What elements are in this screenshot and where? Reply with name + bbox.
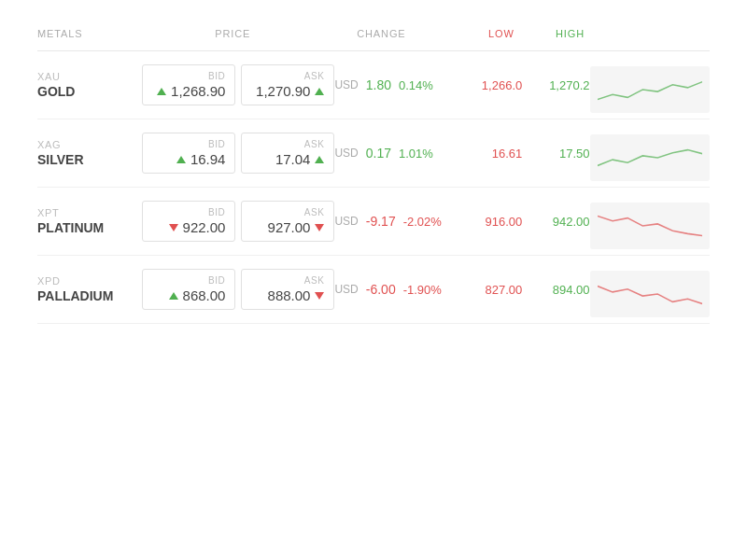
change-value: -6.00 <box>366 282 396 297</box>
ask-up-icon <box>315 156 324 163</box>
ask-box[interactable]: ASK 888.00 <box>241 269 334 310</box>
low-header: LOW <box>444 28 514 39</box>
bid-value: 1,268.90 <box>171 83 225 99</box>
change-percent: -2.02% <box>403 215 442 229</box>
change-col: USD -9.17 -2.02% <box>334 214 455 229</box>
ask-value: 1,270.90 <box>256 83 310 99</box>
bid-down-icon <box>169 224 178 231</box>
sparkline-chart <box>590 203 711 240</box>
ask-box[interactable]: ASK 17.04 <box>241 133 334 174</box>
change-header: CHANGE <box>318 28 444 39</box>
table-row: XPD PALLADIUM BID 868.00 ASK 888.00 USD <box>37 256 710 324</box>
metal-name: PALLADIUM <box>37 288 142 303</box>
ask-value: 17.04 <box>275 151 311 167</box>
bid-value-row: 1,268.90 <box>152 83 225 99</box>
metal-code: XAU <box>37 71 142 82</box>
ask-value-row: 1,270.90 <box>251 83 324 99</box>
ask-value-row: 17.04 <box>251 151 324 167</box>
chart-background <box>590 203 711 249</box>
ask-value: 888.00 <box>268 287 311 303</box>
rows-container: XAU GOLD BID 1,268.90 ASK 1,270.90 USD 1 <box>37 51 710 324</box>
bid-box[interactable]: BID 1,268.90 <box>142 64 235 105</box>
metal-code: XAG <box>37 139 142 150</box>
change-col: USD 1.80 0.14% <box>334 77 455 92</box>
change-currency: USD <box>334 215 358 228</box>
metal-info: XAU GOLD <box>37 71 142 99</box>
ask-label: ASK <box>251 275 324 286</box>
price-header: PRICE <box>147 28 318 39</box>
table-row: XPT PLATINUM BID 922.00 ASK 927.00 USD - <box>37 188 710 256</box>
change-col: USD -6.00 -1.90% <box>334 282 455 297</box>
ask-value-row: 927.00 <box>251 219 324 235</box>
metal-code: XPD <box>37 275 142 287</box>
bid-up-icon <box>176 156 186 163</box>
bid-value: 16.94 <box>190 151 226 167</box>
bid-box[interactable]: BID 922.00 <box>142 201 235 242</box>
bid-up-icon <box>169 292 178 300</box>
price-boxes: BID 1,268.90 ASK 1,270.90 <box>142 64 334 105</box>
high-value: 894.00 <box>522 283 589 297</box>
bid-up-icon <box>157 88 166 95</box>
change-percent: -1.90% <box>403 283 442 297</box>
ask-down-icon <box>315 224 324 231</box>
change-value: 0.17 <box>366 146 391 161</box>
low-value: 827.00 <box>455 283 522 297</box>
chart-background <box>590 271 711 317</box>
bid-value-row: 868.00 <box>152 287 225 303</box>
metal-info: XPD PALLADIUM <box>37 275 142 303</box>
sparkline-chart <box>590 271 711 308</box>
metals-header: METALS <box>37 28 147 39</box>
sparkline-chart <box>590 66 711 104</box>
sparkline-chart <box>590 134 711 172</box>
metal-name: SILVER <box>37 152 142 167</box>
ask-box[interactable]: ASK 927.00 <box>241 201 334 242</box>
bid-value: 868.00 <box>183 287 226 303</box>
bid-value-row: 16.94 <box>152 151 225 167</box>
bid-value-row: 922.00 <box>152 219 225 235</box>
change-value: 1.80 <box>366 77 391 92</box>
high-header: HIGH <box>514 28 585 39</box>
bid-value: 922.00 <box>183 219 226 235</box>
metal-name: GOLD <box>37 84 142 99</box>
table-row: XAG SILVER BID 16.94 ASK 17.04 USD 0.17 <box>37 119 710 188</box>
ask-up-icon <box>315 88 324 95</box>
change-percent: 0.14% <box>399 78 433 92</box>
bid-label: BID <box>152 275 225 286</box>
ask-label: ASK <box>251 71 324 81</box>
low-value: 1,266.0 <box>455 78 522 92</box>
change-col: USD 0.17 1.01% <box>334 146 455 161</box>
high-value: 942.00 <box>522 215 589 229</box>
chart-background <box>590 66 711 113</box>
change-currency: USD <box>334 147 358 160</box>
ask-label: ASK <box>251 139 324 149</box>
change-percent: 1.01% <box>399 147 433 161</box>
high-value: 17.50 <box>522 147 589 161</box>
bid-box[interactable]: BID 868.00 <box>142 269 235 310</box>
change-currency: USD <box>334 283 358 296</box>
table-header: METALS PRICE CHANGE LOW HIGH <box>37 28 710 51</box>
price-boxes: BID 922.00 ASK 927.00 <box>142 201 334 242</box>
bid-label: BID <box>152 139 225 149</box>
table-row: XAU GOLD BID 1,268.90 ASK 1,270.90 USD 1 <box>37 51 710 119</box>
ask-box[interactable]: ASK 1,270.90 <box>241 64 334 105</box>
ask-value-row: 888.00 <box>251 287 324 303</box>
metal-info: XAG SILVER <box>37 139 142 167</box>
high-value: 1,270.2 <box>522 78 589 92</box>
metal-code: XPT <box>37 207 142 218</box>
ask-down-icon <box>315 292 324 300</box>
main-container: METALS PRICE CHANGE LOW HIGH XAU GOLD BI… <box>0 0 747 352</box>
bid-box[interactable]: BID 16.94 <box>142 133 235 174</box>
change-value: -9.17 <box>366 214 396 229</box>
metal-name: PLATINUM <box>37 220 142 235</box>
bid-label: BID <box>152 71 225 81</box>
metal-info: XPT PLATINUM <box>37 207 142 235</box>
ask-label: ASK <box>251 207 324 217</box>
low-value: 16.61 <box>455 147 522 161</box>
price-boxes: BID 16.94 ASK 17.04 <box>142 133 334 174</box>
ask-value: 927.00 <box>268 219 311 235</box>
chart-background <box>590 134 711 181</box>
price-boxes: BID 868.00 ASK 888.00 <box>142 269 334 310</box>
low-value: 916.00 <box>455 215 522 229</box>
bid-label: BID <box>152 207 225 217</box>
change-currency: USD <box>334 78 358 91</box>
